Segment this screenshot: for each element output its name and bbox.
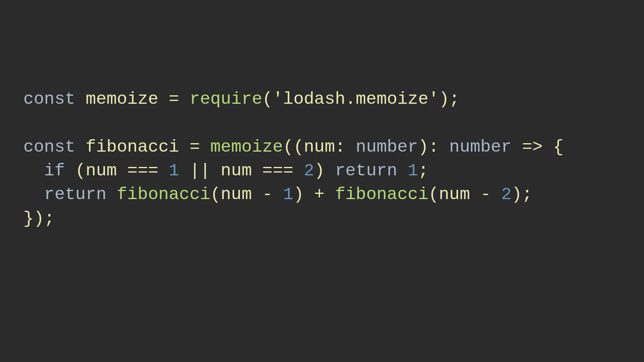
number-literal: 1 xyxy=(283,185,293,204)
brace-close: } xyxy=(23,209,34,228)
identifier-num: num xyxy=(221,185,252,204)
paren-open: ( xyxy=(75,161,86,181)
paren-open: ( xyxy=(211,185,221,204)
function-fibonacci: fibonacci xyxy=(335,185,428,204)
paren-open: ( xyxy=(262,89,273,109)
function-require: require xyxy=(190,89,262,109)
colon: : xyxy=(428,137,439,157)
semicolon: ; xyxy=(449,89,460,109)
string-module: 'lodash.memoize' xyxy=(272,89,439,109)
keyword-return: return xyxy=(335,161,397,181)
number-literal: 2 xyxy=(501,185,512,204)
code-line-4: if (num === 1 || num === 2) return 1; xyxy=(23,161,429,181)
code-block: const memoize = require('lodash.memoize'… xyxy=(23,87,564,230)
paren-close: ) xyxy=(293,185,304,204)
code-line-5: return fibonacci(num - 1) + fibonacci(nu… xyxy=(23,185,533,204)
number-literal: 2 xyxy=(304,161,314,181)
operator-minus: - xyxy=(481,185,491,204)
function-memoize: memoize xyxy=(211,137,283,157)
operator-strict-eq: === xyxy=(262,161,293,181)
arrow-function: => xyxy=(522,137,543,157)
paren-close: ) xyxy=(34,209,44,228)
operator-plus: + xyxy=(314,185,325,204)
identifier-num: num xyxy=(439,185,470,204)
paren-close: ) xyxy=(314,161,325,181)
operator-or: || xyxy=(190,161,211,181)
semicolon: ; xyxy=(418,161,429,181)
operator-equals: = xyxy=(190,137,200,157)
keyword-const: const xyxy=(23,137,75,157)
variable-fibonacci: fibonacci xyxy=(86,137,179,157)
indent xyxy=(23,161,44,181)
indent xyxy=(23,185,44,204)
keyword-return: return xyxy=(44,185,107,204)
paren-open: (( xyxy=(283,137,304,157)
keyword-const: const xyxy=(23,89,75,109)
identifier-num: num xyxy=(86,161,117,181)
identifier-num: num xyxy=(221,161,252,181)
type-number: number xyxy=(449,137,512,157)
paren-close: ) xyxy=(439,89,449,109)
paren-open: ( xyxy=(428,185,439,204)
variable-memoize: memoize xyxy=(86,89,159,109)
param-num: num xyxy=(304,137,335,157)
paren-close: ) xyxy=(512,185,522,204)
colon: : xyxy=(335,137,345,157)
paren-close: ) xyxy=(418,137,429,157)
type-number: number xyxy=(356,137,418,157)
number-literal: 1 xyxy=(169,161,179,181)
brace-open: { xyxy=(553,137,564,157)
keyword-if: if xyxy=(44,161,65,181)
operator-minus: - xyxy=(262,185,273,204)
operator-equals: = xyxy=(169,89,179,109)
operator-strict-eq: === xyxy=(127,161,158,181)
function-fibonacci: fibonacci xyxy=(117,185,210,204)
number-literal: 1 xyxy=(408,161,418,181)
semicolon: ; xyxy=(522,185,533,204)
code-line-3: const fibonacci = memoize((num: number):… xyxy=(23,137,564,157)
code-line-6: }); xyxy=(23,209,54,228)
semicolon: ; xyxy=(44,209,55,228)
code-line-1: const memoize = require('lodash.memoize'… xyxy=(23,89,460,109)
